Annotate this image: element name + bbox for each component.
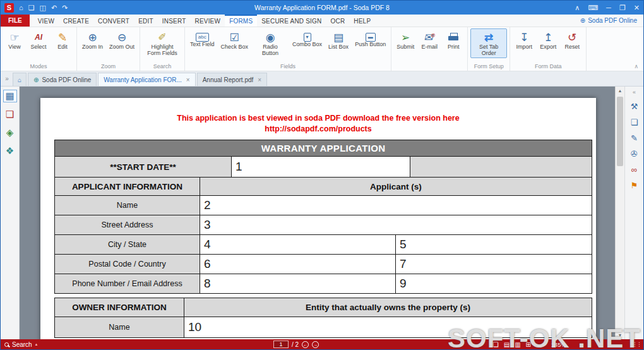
status-bar: Search ▴ 1 / 2 ← → ❏ ▤ ▥ ⊞ 145% ⋮⋮ — [1, 339, 643, 349]
email-label: E-mail — [421, 44, 438, 51]
app-logo[interactable]: S — [4, 3, 14, 13]
state-field[interactable]: 5 — [396, 235, 592, 254]
maximize-button[interactable]: ❐ — [619, 4, 626, 11]
tab-forms[interactable]: FORMS — [225, 15, 257, 27]
list-box-button[interactable]: ▤ List Box — [326, 28, 351, 52]
check-box-button[interactable]: ☑ Check Box — [218, 28, 251, 52]
zoom-level[interactable]: 145% — [551, 341, 566, 348]
previous-view-button[interactable]: ← — [302, 341, 309, 348]
notice-link[interactable]: http://sodapdf.com/products — [40, 124, 596, 135]
next-view-button[interactable]: → — [312, 341, 319, 348]
scroll-up-icon[interactable]: ▲ — [616, 88, 624, 93]
country-field[interactable]: 7 — [396, 255, 592, 274]
view-mode-button[interactable]: ☞ View — [3, 28, 26, 52]
minimize-button[interactable]: ─ — [606, 4, 611, 11]
tab-warranty-label: Warranty Application FOR... — [104, 76, 182, 83]
radio-button-icon: ◉ — [266, 30, 275, 44]
text-field-button[interactable]: abc Text Field — [188, 28, 217, 49]
start-date-row: **START DATE** 1 — [55, 156, 592, 177]
tab-annual-report[interactable]: Annual Report.pdf × — [197, 73, 267, 86]
tab-insert[interactable]: INSERT — [158, 15, 191, 27]
close-button[interactable]: ✕ — [634, 4, 640, 11]
panel-chevron-icon[interactable]: » — [3, 75, 11, 82]
email-address-field[interactable]: 9 — [396, 274, 592, 293]
name-field[interactable]: 2 — [200, 196, 592, 215]
radio-button-button[interactable]: ◉ Radio Button — [252, 28, 289, 58]
warranty-form-table: WARRANTY APPLICATION **START DATE** 1 AP… — [54, 140, 592, 294]
tab-view[interactable]: VIEW — [33, 15, 59, 27]
export-button[interactable]: ↥ Export — [537, 28, 559, 52]
vertical-scrollbar[interactable]: ▲ ▼ — [615, 87, 624, 339]
street-address-field[interactable]: 3 — [200, 215, 592, 234]
scrollbar-thumb[interactable] — [617, 97, 623, 166]
zoom-out-button[interactable]: ⊖ Zoom Out — [107, 28, 137, 52]
link-icon[interactable]: ∞ — [631, 165, 637, 174]
tab-help[interactable]: HELP — [349, 15, 375, 27]
right-panel-chevron-icon[interactable]: « — [633, 89, 636, 95]
bookmark-flag-icon[interactable]: ⚑ — [631, 181, 638, 190]
ribbon-group-form-data: ↧ Import ↥ Export ↺ Reset Form Data — [510, 27, 587, 71]
list-box-icon: ▤ — [333, 30, 343, 44]
print-button[interactable]: Print — [442, 28, 465, 52]
thumbnails-panel-icon[interactable]: ▦ — [3, 90, 17, 102]
edit-mode-button[interactable]: ✎ Edit — [51, 28, 74, 52]
ribbon-pin-icon[interactable]: ∧ — [575, 4, 580, 11]
home-tab[interactable]: ⌂ — [13, 73, 27, 86]
undo-icon[interactable]: ↶ — [51, 4, 57, 11]
import-button[interactable]: ↧ Import — [513, 28, 535, 52]
pages-icon[interactable]: ❏ — [631, 118, 638, 127]
tab-soda-pdf-online[interactable]: ⊕ Soda PDF Online — [28, 73, 97, 86]
owner-name-label: Name — [55, 317, 184, 337]
fit-page-icon[interactable]: ❏ — [493, 341, 499, 348]
owner-name-field[interactable]: 10 — [184, 317, 592, 337]
highlighter-icon: ✐ — [158, 30, 166, 44]
keyboard-icon[interactable]: ⌨ — [588, 4, 598, 11]
zoom-in-button[interactable]: ⊕ Zoom In — [80, 28, 105, 52]
select-mode-button[interactable]: AI Select — [27, 28, 50, 52]
start-date-field[interactable]: 1 — [232, 157, 410, 177]
resize-grip[interactable]: ⋮⋮ — [632, 341, 641, 347]
two-pages-icon[interactable]: ▥ — [515, 341, 520, 348]
current-page-input[interactable]: 1 — [273, 341, 289, 348]
wrench-icon[interactable]: ⚒ — [631, 102, 638, 111]
scroll-down-icon[interactable]: ▼ — [616, 333, 624, 337]
postal-code-field[interactable]: 6 — [200, 255, 396, 274]
phone-number-field[interactable]: 8 — [200, 274, 396, 293]
save-icon[interactable]: ◫ — [40, 4, 46, 11]
soda-pdf-online-link[interactable]: ⊕ Soda PDF Online — [580, 15, 643, 27]
tab-warranty-application[interactable]: Warranty Application FOR... × — [98, 73, 195, 86]
highlight-form-fields-button[interactable]: ✐ Highlight Form Fields — [143, 28, 182, 58]
combo-box-button[interactable]: ▾ Combo Box — [290, 28, 325, 49]
tab-create[interactable]: CREATE — [59, 15, 93, 27]
set-tab-order-button[interactable]: ⇄ Set Tab Order — [470, 28, 507, 58]
file-menu-button[interactable]: FILE — [1, 15, 30, 27]
tab-secure-and-sign[interactable]: SECURE AND SIGN — [257, 15, 326, 27]
tab-order-icon: ⇄ — [484, 30, 493, 44]
close-tab-icon[interactable]: × — [258, 76, 261, 83]
stamps-panel-icon[interactable]: ❖ — [3, 145, 17, 157]
right-panel-strip: « ⚒ ❏ ✎ ✇ ∞ ⚑ — [624, 87, 643, 339]
tab-edit[interactable]: EDIT — [134, 15, 158, 27]
tab-review[interactable]: REVIEW — [190, 15, 225, 27]
submit-button[interactable]: ➢ Submit — [394, 28, 417, 52]
annotate-icon[interactable]: ✎ — [631, 133, 638, 143]
email-button[interactable]: ✉@ E-mail — [418, 28, 441, 52]
bookmarks-panel-icon[interactable]: ❏ — [3, 108, 17, 121]
attachment-icon[interactable]: ✇ — [631, 149, 638, 159]
search-control[interactable]: Search ▴ — [4, 341, 37, 348]
grid-view-icon[interactable]: ⊞ — [526, 341, 531, 348]
close-tab-icon[interactable]: × — [186, 76, 190, 83]
city-field[interactable]: 4 — [200, 235, 396, 254]
fit-width-icon[interactable]: ▤ — [504, 341, 510, 348]
new-document-icon[interactable]: ❏ — [28, 4, 35, 11]
tab-ocr[interactable]: OCR — [326, 15, 350, 27]
home-icon[interactable]: ⌂ — [19, 4, 23, 11]
document-canvas[interactable]: This application is best viewed in soda … — [20, 87, 615, 339]
redo-icon[interactable]: ↷ — [62, 4, 68, 11]
push-button-button[interactable]: ▬ Push Button — [352, 28, 388, 49]
layers-panel-icon[interactable]: ◈ — [3, 126, 17, 139]
tab-convert[interactable]: CONVERT — [93, 15, 134, 27]
zoom-out-label: Zoom Out — [109, 44, 134, 51]
reset-button[interactable]: ↺ Reset — [561, 28, 583, 52]
collapse-ribbon-icon[interactable]: ∧ — [634, 63, 638, 69]
